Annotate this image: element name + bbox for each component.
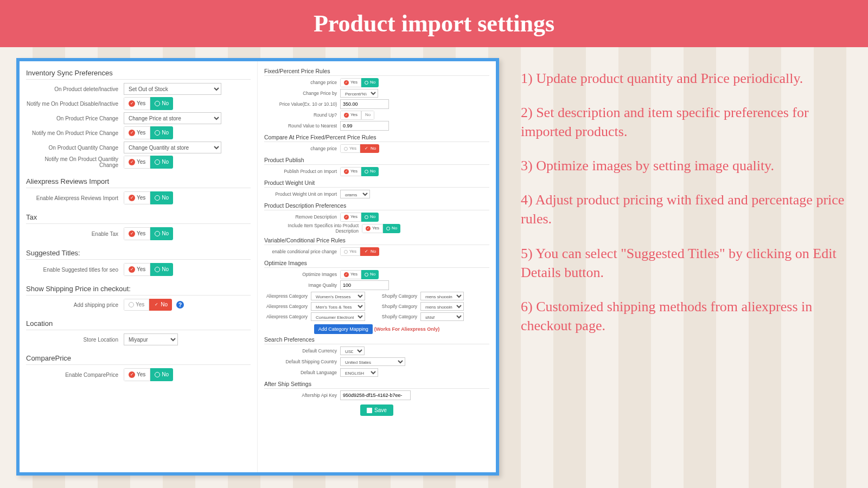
circle-icon	[155, 267, 160, 272]
change-price-label: change price	[264, 80, 340, 85]
round-nearest-input[interactable]	[340, 121, 389, 131]
settings-left-column: Inventory Sync Preferences On Product de…	[20, 61, 258, 472]
shipping-title: Show Shipping Price in checkout:	[26, 281, 251, 296]
circle-icon	[365, 81, 368, 85]
titles-section: Suggested Titles:	[26, 246, 251, 260]
shipping-add-label: Add shipping price	[26, 302, 124, 308]
circle-icon	[155, 130, 160, 136]
save-button[interactable]: Save	[360, 404, 393, 416]
shipping-toggle[interactable]: Yes ✓No	[124, 299, 172, 311]
check-icon: ✓	[344, 272, 349, 277]
weight-select[interactable]: grams	[340, 190, 370, 198]
opt-images-toggle[interactable]: ✓Yes No	[340, 270, 379, 279]
note-1: 1) Update product quantity and Price per…	[521, 69, 846, 88]
on-qty-select[interactable]: Change Quantity at store	[124, 142, 221, 153]
publish-toggle[interactable]: ✓Yes No	[340, 167, 379, 176]
circle-icon	[155, 195, 160, 201]
circle-icon	[386, 227, 390, 230]
titles-toggle[interactable]: ✓Yes No	[124, 263, 173, 276]
check-icon: ✓	[366, 226, 371, 231]
notify-qty-toggle[interactable]: ✓Yes No	[124, 156, 173, 169]
check-icon: ✓	[129, 100, 135, 107]
lang-select[interactable]: ENGLISH	[340, 368, 378, 377]
include-desc-toggle[interactable]: ✓Yes No	[362, 224, 400, 233]
remove-desc-toggle[interactable]: ✓Yes No	[340, 213, 379, 222]
aliexpress-only-warning: (Works For Aliexpress Only)	[374, 326, 440, 332]
on-price-select[interactable]: Change Price at store	[124, 112, 221, 124]
publish-label: Publish Product on Import	[264, 169, 340, 174]
country-label: Default Shipping Country	[264, 359, 340, 364]
category-row: Aliexpress Category Consumer Electronics…	[264, 312, 489, 321]
opt-images-label: Optimize Images	[264, 272, 340, 277]
circle-icon	[365, 170, 368, 174]
main-content: Inventory Sync Preferences On Product de…	[0, 47, 868, 486]
check-icon: ✓	[363, 249, 369, 254]
check-icon: ✓	[129, 159, 135, 165]
quality-input[interactable]	[340, 280, 389, 290]
page-title: Product import settings	[314, 10, 554, 37]
country-select[interactable]: United States	[340, 357, 405, 366]
store-location-select[interactable]: Miyapur	[124, 333, 178, 345]
circle-icon	[365, 215, 368, 219]
check-icon: ✓	[344, 215, 349, 220]
check-icon: ✓	[344, 113, 349, 118]
tax-toggle[interactable]: ✓Yes No	[124, 227, 173, 240]
on-qty-label: On Product Quantity Change	[26, 145, 124, 151]
price-value-input[interactable]	[340, 99, 389, 109]
category-row: Aliexpress Category Men's Tops & Tees Sh…	[264, 302, 489, 311]
price-value-label: Price Value(Ex. 10 or 10.10)	[264, 101, 340, 107]
aftership-label: Aftership Api Key	[264, 393, 340, 398]
circle-icon	[155, 159, 160, 165]
shop-cat-select-1[interactable]: mens shopping	[420, 292, 464, 300]
settings-panel: Inventory Sync Preferences On Product de…	[16, 58, 499, 476]
check-icon: ✓	[129, 266, 135, 273]
note-3: 3) Optimize images by setting image qual…	[521, 156, 846, 175]
ali-cat-select-2[interactable]: Men's Tops & Tees	[311, 302, 365, 311]
circle-icon	[155, 231, 160, 236]
note-2: 2) Set description and item specific pre…	[521, 103, 846, 141]
circle-icon	[344, 250, 348, 254]
round-toggle[interactable]: ✓Yes No	[340, 111, 374, 120]
variable-label: enable conditional price change	[264, 249, 340, 254]
check-icon: ✓	[344, 169, 349, 174]
currency-select[interactable]: USD	[340, 346, 365, 355]
note-6: 6) Customized shipping methods from alie…	[521, 297, 846, 335]
aftership-input[interactable]	[340, 390, 411, 400]
shop-cat-select-3[interactable]: sfdsf	[420, 312, 464, 321]
currency-label: Default Currency	[264, 348, 340, 354]
notify-price-toggle[interactable]: ✓Yes No	[124, 126, 173, 139]
settings-right-column: Fixed/Percent Price Rules change price ✓…	[258, 61, 496, 472]
round-nearest-label: Round Value to Nearest	[264, 123, 340, 129]
quality-label: Image Quality	[264, 282, 340, 288]
note-5: 5) You can select "Suggested Titles" by …	[521, 244, 846, 282]
compare-title: ComparePrice	[26, 351, 251, 365]
location-title: Location	[26, 316, 251, 330]
change-by-select[interactable]: Percent(%)	[340, 89, 378, 98]
on-delete-select[interactable]: Set Out of Stock	[124, 83, 221, 95]
ali-cat-select-3[interactable]: Consumer Electronics	[311, 312, 365, 321]
circle-icon	[129, 302, 134, 307]
shop-cat-select-2[interactable]: mens shopping	[420, 302, 464, 311]
category-row: Aliexpress Category Women's Dresses Shop…	[264, 292, 489, 300]
tax-title: Tax	[26, 210, 251, 224]
compare-enable-label: Enable ComparePrice	[26, 372, 124, 378]
weight-title: Product Weight Unit	[264, 177, 489, 188]
check-icon: ✓	[129, 130, 135, 136]
check-icon: ✓	[129, 195, 135, 201]
change-price-toggle[interactable]: ✓Yes No	[340, 78, 379, 87]
ali-cat-select-1[interactable]: Women's Dresses	[311, 292, 365, 300]
variable-toggle[interactable]: Yes ✓No	[340, 247, 379, 256]
titles-enable-label: Enable Suggested titles for seo	[26, 267, 124, 273]
check-icon: ✓	[129, 371, 135, 378]
help-icon[interactable]: ?	[176, 301, 184, 309]
compare-toggle[interactable]: ✓Yes No	[124, 368, 173, 381]
notify-disable-toggle[interactable]: ✓Yes No	[124, 97, 173, 110]
reviews-toggle[interactable]: ✓Yes No	[124, 191, 173, 204]
add-category-mapping-button[interactable]: Add Category Mapping	[314, 324, 373, 334]
compare-change-toggle[interactable]: Yes ✓No	[340, 144, 379, 153]
tax-enable-label: Enable Tax	[26, 231, 124, 237]
circle-icon	[344, 147, 348, 151]
round-label: Round Up?	[264, 112, 340, 118]
fixed-rules-title: Fixed/Percent Price Rules	[264, 66, 489, 76]
inventory-sync-title: Inventory Sync Preferences	[26, 66, 251, 80]
